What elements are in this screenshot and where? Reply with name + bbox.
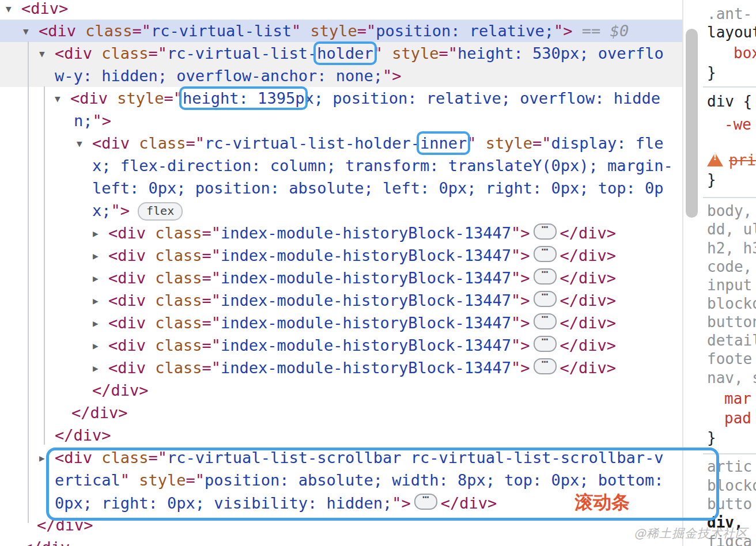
style-rule-line[interactable]: div,: [707, 513, 752, 532]
arrow-right-icon[interactable]: [93, 312, 108, 335]
style-rule-line[interactable]: }: [707, 429, 716, 447]
syntax-token: <div: [108, 359, 155, 377]
syntax-token: style: [486, 134, 532, 152]
arrow-right-icon[interactable]: [39, 447, 55, 469]
style-rule-line[interactable]: layout: [707, 23, 756, 41]
ellipsis-icon[interactable]: [534, 246, 557, 262]
style-rule-line[interactable]: code,: [707, 257, 752, 276]
style-rule-line[interactable]: body,: [707, 202, 752, 220]
ellipsis-icon[interactable]: [534, 268, 557, 285]
code-line[interactable]: <div class="index-module-historyBlock-13…: [0, 357, 682, 379]
style-rule-line[interactable]: h2, h3: [707, 239, 756, 257]
code-line[interactable]: left: 0px; position: absolute; left: 0px…: [0, 177, 682, 199]
code-line[interactable]: <div style="height: 1395px; position: re…: [0, 87, 682, 109]
arrow-down-icon[interactable]: [39, 43, 55, 65]
syntax-token: <div: [108, 336, 155, 354]
style-rule-line[interactable]: -we: [707, 115, 751, 134]
arrow-right-icon[interactable]: [93, 267, 108, 290]
arrow-down-icon[interactable]: [77, 132, 92, 155]
ellipsis-icon[interactable]: [534, 223, 557, 240]
code-line[interactable]: </div>: [0, 379, 682, 401]
style-rule-line[interactable]: dd, ul: [707, 220, 756, 238]
style-rule-line[interactable]: blockq: [707, 476, 756, 495]
ellipsis-icon[interactable]: [414, 494, 437, 510]
code-line[interactable]: <div class="rc-virtual-list-scrollbar rc…: [0, 446, 682, 469]
arrow-right-icon[interactable]: [93, 357, 108, 380]
style-rule-line[interactable]: artic: [707, 457, 752, 476]
code-line[interactable]: <div class="index-module-historyBlock-13…: [0, 222, 682, 244]
syntax-token: 0px; right: 0px; visibility: hidden;: [55, 494, 392, 512]
code-line[interactable]: <div class="index-module-historyBlock-13…: [0, 334, 682, 357]
style-rule-text: .ant-: [707, 5, 752, 22]
style-rule-line[interactable]: foote: [707, 350, 752, 368]
code-line[interactable]: </div>: [0, 401, 682, 424]
code-line[interactable]: </div>: [0, 514, 682, 536]
code-line[interactable]: <div class="rc-virtual-list-holder-inner…: [0, 132, 682, 154]
style-rule-line[interactable]: nav, s: [707, 369, 756, 387]
arrow-right-icon[interactable]: [93, 245, 108, 267]
style-rule-line[interactable]: button: [707, 313, 756, 331]
code-line[interactable]: <div class="index-module-historyBlock-13…: [0, 267, 682, 289]
code-line[interactable]: <div class="rc-virtual-list-holder" styl…: [0, 42, 682, 65]
arrow-down-icon[interactable]: [6, 0, 21, 20]
syntax-token: ">: [554, 22, 573, 40]
style-rule-line[interactable]: input: [707, 276, 752, 294]
style-rule-text: -we: [724, 116, 751, 133]
syntax-token: =": [202, 291, 221, 309]
code-line[interactable]: w-y: hidden; overflow-anchor: none;">: [0, 65, 682, 87]
code-line[interactable]: <div>: [0, 0, 682, 20]
syntax-token: height: 530px; overflo: [458, 44, 664, 62]
style-rule-line[interactable]: figca: [707, 532, 752, 546]
code-line[interactable]: <div class="index-module-historyBlock-13…: [0, 312, 682, 334]
style-rule-line[interactable]: mar: [707, 389, 751, 408]
style-rule-line[interactable]: }: [707, 170, 716, 189]
style-rule-text: blockq: [707, 295, 756, 312]
syntax-token: class: [155, 359, 202, 377]
style-rule-line[interactable]: .ant-: [707, 5, 752, 23]
code-line[interactable]: <div class="index-module-historyBlock-13…: [0, 289, 682, 312]
code-line[interactable]: </div>: [0, 424, 682, 446]
ellipsis-icon[interactable]: [534, 313, 557, 329]
ellipsis-icon[interactable]: [534, 358, 557, 374]
code-line[interactable]: </div: [0, 536, 682, 546]
code-line[interactable]: 0px; right: 0px; visibility: hidden;"></…: [0, 491, 682, 514]
style-rule-line[interactable]: div {: [707, 92, 752, 111]
syntax-token: ==: [573, 22, 610, 40]
style-rule-line[interactable]: box: [707, 44, 756, 62]
code-line[interactable]: ertical" style="position: absolute; widt…: [0, 469, 682, 491]
syntax-token: =": [202, 247, 221, 264]
syntax-token: =": [186, 134, 205, 152]
arrow-down-icon[interactable]: [55, 88, 70, 110]
style-rule-line[interactable]: }: [707, 63, 716, 82]
flex-badge[interactable]: flex: [138, 202, 183, 221]
rule-separator: [703, 197, 756, 198]
syntax-token: <div: [108, 291, 155, 309]
syntax-token: class: [155, 291, 202, 309]
code-line[interactable]: n;">: [0, 109, 682, 132]
arrow-right-icon[interactable]: [93, 222, 108, 245]
syntax-token: <div: [55, 44, 101, 62]
ellipsis-icon[interactable]: [534, 291, 557, 307]
style-rule-line[interactable]: detail: [707, 331, 756, 350]
syntax-token: =": [164, 89, 183, 107]
style-rule-line[interactable]: pad: [707, 409, 751, 427]
arrow-right-icon[interactable]: [93, 335, 108, 357]
arrow-down-icon[interactable]: [23, 20, 39, 43]
code-line[interactable]: <div class="index-module-historyBlock-13…: [0, 244, 682, 267]
ellipsis-icon[interactable]: [534, 336, 557, 352]
syntax-token: class: [155, 269, 202, 287]
style-rule-line[interactable]: pri: [707, 151, 756, 169]
elements-scrollbar-thumb[interactable]: [686, 29, 698, 218]
syntax-token: ": [467, 134, 486, 152]
elements-tree: <div><div class="rc-virtual-list" style=…: [0, 0, 682, 546]
devtools-elements-panel: <div><div class="rc-virtual-list" style=…: [0, 0, 682, 546]
code-line[interactable]: <div class="rc-virtual-list" style="posi…: [0, 20, 682, 42]
style-rule-text: div {: [707, 93, 752, 110]
style-rule-line[interactable]: blockq: [707, 294, 756, 313]
style-rule-line[interactable]: butto: [707, 495, 752, 513]
code-line[interactable]: x;">flex: [0, 199, 682, 222]
arrow-right-icon[interactable]: [93, 290, 108, 312]
style-rule-text: dd, ul: [707, 221, 756, 238]
code-line[interactable]: x; flex-direction: column; transform: tr…: [0, 154, 682, 177]
syntax-token: rc-virtual-list-: [167, 44, 317, 62]
